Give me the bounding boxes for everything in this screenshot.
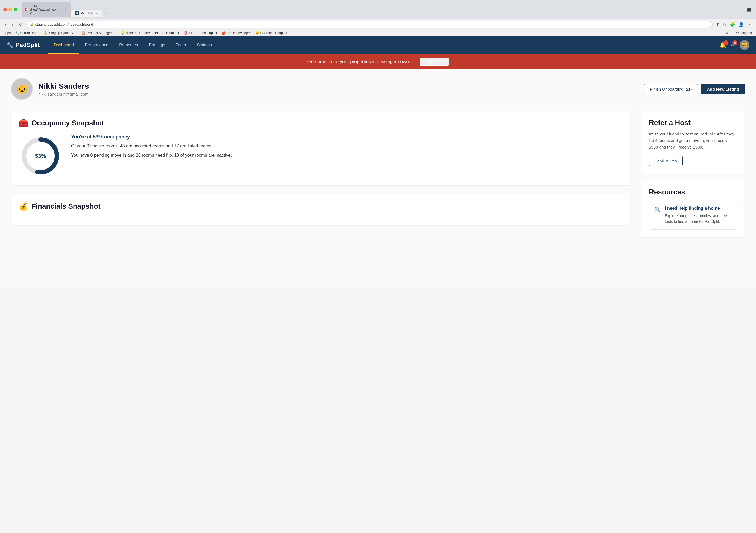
nav-link-team[interactable]: Team	[171, 36, 192, 54]
profile-avatar-image: 🐱	[16, 83, 28, 95]
chevron-right-icon: ›	[721, 206, 723, 211]
occupancy-detail-1: Of your 91 active rooms, 48 are occupied…	[71, 142, 623, 150]
profile-section: 🐱 Nikki Sanders nikki.sanders.n@gmail.co…	[11, 78, 745, 100]
nav-link-performance[interactable]: Performance	[79, 36, 114, 54]
address-bar[interactable]: 🔒 staging.padsplit.com/host/dashboard	[26, 21, 713, 28]
update-info-button[interactable]: Update info	[419, 58, 449, 65]
main-content: 🐱 Nikki Sanders nikki.sanders.n@gmail.co…	[0, 69, 756, 288]
profile-email: nikki.sanders.n@gmail.com	[38, 92, 89, 96]
new-tab-button[interactable]: +	[102, 10, 109, 17]
notifications-button[interactable]: 🔔 •	[719, 42, 726, 48]
app-nav: 🔧 PadSplit Dashboard Performance Propert…	[0, 36, 756, 54]
reading-list-label[interactable]: Reading List	[734, 31, 753, 35]
traffic-lights	[3, 8, 17, 12]
bookmark-product-label: Product Managem...	[87, 31, 116, 35]
tab-gmail-close[interactable]: ✕	[65, 8, 67, 12]
occupancy-content: 53% You're at 53% occupancy Of your 91 a…	[18, 134, 623, 178]
tab-gmail-label: Inbox - shea@padsplit.com - P...	[30, 4, 62, 15]
tab-padsplit-close[interactable]: ✕	[96, 12, 98, 15]
nav-logo[interactable]: 🔧 PadSplit	[7, 41, 40, 49]
financials-icon: 💰	[18, 202, 28, 211]
back-button[interactable]: ‹	[3, 21, 8, 28]
reload-button[interactable]: ↻	[17, 21, 24, 28]
occupancy-headline: You're at 53% occupancy	[71, 134, 623, 140]
resource-description: Explore our guides, articles, and free t…	[665, 213, 732, 224]
occupancy-text: You're at 53% occupancy Of your 91 activ…	[71, 134, 623, 159]
occupancy-donut: 53%	[18, 134, 62, 178]
tab-gmail[interactable]: M Inbox - shea@padsplit.com - P... ✕	[22, 2, 71, 17]
bookmark-brian-label: Brian Balfour	[160, 31, 179, 35]
alert-text: One or more of your properties is missin…	[307, 59, 413, 64]
bookmark-mind[interactable]: 💡 Mind the Product	[121, 31, 150, 35]
bookmarks-more[interactable]: »	[726, 31, 728, 35]
edit-button[interactable]: ✏ 36	[731, 42, 735, 48]
send-invites-button[interactable]: Send invites	[649, 156, 683, 166]
profile-info: Nikki Sanders nikki.sanders.n@gmail.com	[38, 82, 89, 96]
window-minimize-icon[interactable]: ⬛	[745, 7, 753, 13]
user-avatar[interactable]: 🐱	[740, 40, 749, 50]
share-icon[interactable]: ⬆	[715, 21, 720, 28]
bookmark-brian[interactable]: BB Brian Balfour	[155, 31, 179, 35]
forward-button[interactable]: ›	[10, 21, 15, 28]
two-col-layout: 🧰 Occupancy Snapshot 53% You're at	[11, 111, 745, 237]
col-left: 🧰 Occupancy Snapshot 53% You're at	[11, 111, 630, 237]
profile-actions: Finish Onboarding (21) Add New Listing	[644, 84, 745, 94]
nav-links: Dashboard Performance Properties Earning…	[48, 36, 719, 54]
nav-link-properties[interactable]: Properties	[114, 36, 143, 54]
app-wrapper: 🔧 PadSplit Dashboard Performance Propert…	[0, 36, 756, 288]
profile-icon[interactable]: 👤	[738, 21, 745, 28]
profile-name: Nikki Sanders	[38, 82, 89, 91]
browser-toolbar: ‹ › ↻ 🔒 staging.padsplit.com/host/dashbo…	[0, 19, 756, 30]
finish-onboarding-button[interactable]: Finish Onboarding (21)	[644, 84, 697, 94]
refer-title: Refer a Host	[649, 118, 738, 127]
occupancy-title: Occupancy Snapshot	[31, 119, 104, 127]
donut-percent-label: 53%	[35, 153, 46, 159]
bookmark-firstround-label: First Round Capital	[189, 31, 217, 35]
bookmarks-bar: Apps 🔧 Scrum Board 🐍 Staging Django A...…	[0, 30, 756, 36]
lock-icon: 🔒	[30, 23, 34, 26]
refer-card: Refer a Host Invite your friend to host …	[641, 111, 745, 174]
bookmark-firstround[interactable]: 🎯 First Round Capital	[184, 31, 217, 35]
maximize-window-button[interactable]	[14, 8, 17, 12]
occupancy-card: 🧰 Occupancy Snapshot 53% You're at	[11, 111, 630, 186]
edit-badge: 36	[733, 40, 738, 45]
resource-link[interactable]: I need help finding a home ›	[665, 206, 732, 211]
bookmark-django[interactable]: 🐍 Staging Django A...	[44, 31, 77, 35]
bookmark-apps[interactable]: Apps	[3, 31, 11, 35]
minimize-window-button[interactable]	[9, 8, 12, 12]
add-new-listing-button[interactable]: Add New Listing	[701, 84, 745, 94]
browser-chrome: M Inbox - shea@padsplit.com - P... ✕ P P…	[0, 0, 756, 36]
nav-link-dashboard[interactable]: Dashboard	[48, 36, 79, 54]
padsplit-logo-icon: 🔧	[7, 42, 14, 48]
profile-avatar: 🐱	[11, 78, 33, 100]
avatar-image: 🐱	[742, 42, 747, 48]
resource-content: I need help finding a home › Explore our…	[665, 206, 732, 224]
nav-link-settings[interactable]: Settings	[192, 36, 217, 54]
profile-left: 🐱 Nikki Sanders nikki.sanders.n@gmail.co…	[11, 78, 89, 100]
alert-banner: One or more of your properties is missin…	[0, 54, 756, 69]
bookmark-icon[interactable]: ☆	[721, 21, 728, 28]
occupancy-header: 🧰 Occupancy Snapshot	[18, 118, 623, 128]
occupancy-icon: 🧰	[18, 118, 28, 128]
notification-badge: •	[723, 40, 728, 45]
padsplit-logo-text: PadSplit	[15, 41, 40, 49]
resources-card: Resources 🔍 I need help finding a home ›…	[641, 180, 745, 237]
more-options-icon[interactable]: ⋮	[746, 21, 753, 28]
extensions-icon[interactable]: 🧩	[729, 21, 736, 28]
financials-header: 💰 Financials Snapshot	[18, 202, 623, 211]
bookmark-scrum[interactable]: 🔧 Scrum Board	[15, 31, 40, 35]
nav-link-earnings[interactable]: Earnings	[144, 36, 171, 54]
bookmark-apple[interactable]: 🍎 Apple Developer	[221, 31, 251, 35]
financials-title: Financials Snapshot	[31, 202, 100, 211]
bookmark-apps-label: Apps	[3, 31, 11, 35]
bookmark-product[interactable]: 📋 Product Managem...	[81, 31, 116, 35]
refer-text: Invite your friend to host on PadSplit. …	[649, 131, 738, 150]
bookmark-chartify[interactable]: 🐱 Chartify Examples	[255, 31, 287, 35]
browser-tabs: M Inbox - shea@padsplit.com - P... ✕ P P…	[22, 2, 109, 17]
bookmark-scrum-label: Scrum Board	[20, 31, 40, 35]
bookmark-chartify-label: Chartify Examples	[260, 31, 287, 35]
close-window-button[interactable]	[3, 8, 7, 12]
tab-padsplit[interactable]: P PadSplit ✕	[71, 10, 102, 17]
address-text: staging.padsplit.com/host/dashboard	[35, 22, 93, 27]
col-right: Refer a Host Invite your friend to host …	[641, 111, 745, 237]
